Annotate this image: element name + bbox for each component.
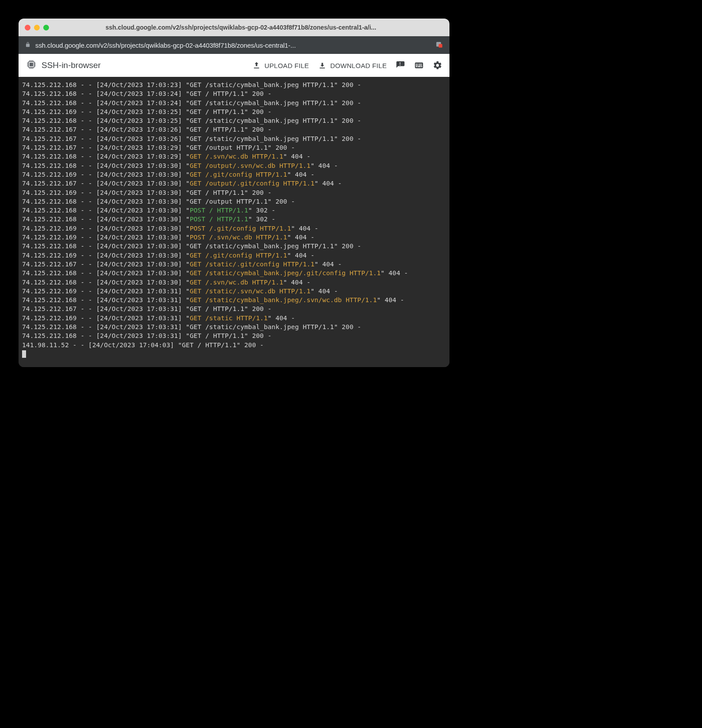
lock-icon — [25, 42, 31, 49]
brand: SSH-in-browser — [26, 59, 243, 72]
close-window-button[interactable] — [25, 25, 30, 30]
maximize-window-button[interactable] — [43, 25, 49, 30]
ssh-toolbar: SSH-in-browser UPLOAD FILE DOWNLOAD FILE — [19, 54, 449, 77]
minimize-window-button[interactable] — [34, 25, 40, 30]
window-titlebar: ssh.cloud.google.com/v2/ssh/projects/qwi… — [19, 19, 449, 36]
translate-icon[interactable] — [435, 41, 443, 50]
url-bar[interactable]: ssh.cloud.google.com/v2/ssh/projects/qwi… — [19, 36, 449, 54]
download-file-button[interactable]: DOWNLOAD FILE — [318, 61, 387, 70]
traffic-lights — [25, 25, 49, 30]
upload-file-button[interactable]: UPLOAD FILE — [252, 61, 309, 70]
chip-icon — [26, 59, 37, 72]
terminal-output[interactable]: 74.125.212.168 - - [24/Oct/2023 17:03:23… — [19, 77, 449, 367]
keyboard-button[interactable] — [414, 61, 424, 70]
upload-label: UPLOAD FILE — [264, 62, 309, 69]
window-title: ssh.cloud.google.com/v2/ssh/projects/qwi… — [53, 24, 443, 31]
settings-button[interactable] — [433, 61, 442, 70]
browser-window: ssh.cloud.google.com/v2/ssh/projects/qwi… — [19, 19, 449, 367]
brand-text: SSH-in-browser — [42, 61, 101, 70]
svg-rect-3 — [30, 63, 33, 66]
url-text: ssh.cloud.google.com/v2/ssh/projects/qwi… — [35, 42, 431, 49]
terminal-cursor — [22, 350, 26, 358]
feedback-button[interactable] — [396, 61, 405, 70]
download-label: DOWNLOAD FILE — [330, 62, 387, 69]
svg-rect-1 — [439, 44, 442, 47]
